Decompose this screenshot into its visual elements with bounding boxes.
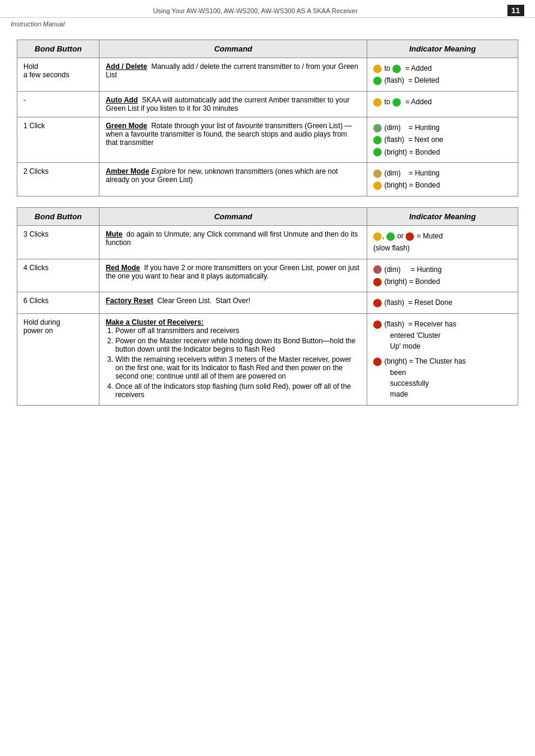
bond-cell: 1 Click [17, 117, 99, 162]
table-row: Holda few seconds Add / Delete Manually … [17, 58, 518, 92]
red-bright-dot [373, 358, 382, 366]
table1-header-bond: Bond Button [17, 40, 99, 58]
command-cell: Add / Delete Manually add / delete the c… [99, 58, 367, 92]
bond-cell: 3 Clicks [17, 225, 99, 259]
green-dim-dot [373, 124, 382, 132]
red-dot [373, 299, 382, 307]
table-row: 3 Clicks Mute do again to Unmute; any Cl… [17, 225, 518, 259]
green-bright-dot [373, 148, 382, 156]
table-row: 2 Clicks Amber Mode Explore for new, unk… [17, 162, 518, 196]
table1-header-command: Command [99, 40, 367, 58]
amber-dim-dot [373, 170, 382, 178]
green-dot [386, 232, 395, 241]
table2: Bond Button Command Indicator Meaning 3 … [17, 207, 518, 406]
table-row: 4 Clicks Red Mode If you have 2 or more … [17, 259, 518, 292]
bond-cell: 4 Clicks [17, 259, 99, 292]
bond-cell: 2 Clicks [17, 162, 99, 196]
amber-dot [373, 98, 382, 107]
page-number: 11 [507, 5, 524, 16]
header-title: Using Your AW-WS100, AW-WS200, AW-WS300 … [11, 7, 500, 14]
table2-header-command: Command [99, 207, 367, 225]
indicator-cell: (dim) = Hunting (bright) = Bonded [367, 162, 518, 196]
table-row: 6 Clicks Factory Reset Clear Green List.… [17, 292, 518, 313]
bond-cell: - [17, 91, 99, 117]
indicator-cell: , or = Muted (slow flash) [367, 225, 518, 259]
manual-label: Instruction Manual [0, 18, 535, 32]
page-header: Using Your AW-WS100, AW-WS200, AW-WS300 … [0, 0, 535, 18]
bond-cell: Holda few seconds [17, 58, 99, 92]
command-cell: Amber Mode Explore for new, unknown tran… [99, 162, 367, 196]
table-row: 1 Click Green Mode Rotate through your l… [17, 117, 518, 162]
table1-header-indicator: Indicator Meaning [367, 40, 518, 58]
indicator-cell: (dim) = Hunting (flash) = Next one (brig… [367, 117, 518, 162]
table-row: - Auto Add SKAA will automatically add t… [17, 91, 518, 117]
green-dot [373, 136, 382, 144]
red-dot [406, 232, 414, 241]
command-cell: Make a Cluster of Receivers: Power off a… [99, 313, 367, 405]
bond-cell: 6 Clicks [17, 292, 99, 313]
table2-header-indicator: Indicator Meaning [367, 207, 518, 225]
indicator-cell: to = Added [367, 91, 518, 117]
command-cell: Mute do again to Unmute; any Click comma… [99, 225, 367, 259]
content-area: Bond Button Command Indicator Meaning Ho… [0, 32, 535, 422]
table1: Bond Button Command Indicator Meaning Ho… [17, 40, 518, 196]
command-cell: Factory Reset Clear Green List. Start Ov… [99, 292, 367, 313]
command-cell: Red Mode If you have 2 or more transmitt… [99, 259, 367, 292]
command-cell: Auto Add SKAA will automatically add the… [99, 91, 367, 117]
amber-dot [373, 232, 382, 241]
table-row: Hold duringpower on Make a Cluster of Re… [17, 313, 518, 405]
indicator-cell: (flash) = Receiver has entered 'ClusterU… [367, 313, 518, 405]
indicator-cell: to = Added (flash) = Deleted [367, 58, 518, 92]
indicator-cell: (dim) = Hunting (bright) = Bonded [367, 259, 518, 292]
green-dot [392, 98, 401, 107]
table2-header-bond: Bond Button [17, 207, 99, 225]
red-dim-dot [373, 265, 382, 274]
green-dot-2 [373, 77, 382, 85]
command-cell: Green Mode Rotate through your list of f… [99, 117, 367, 162]
indicator-cell: (flash) = Reset Done [367, 292, 518, 313]
amber-dot [373, 65, 382, 73]
red-dot [373, 320, 382, 329]
amber-bright-dot [373, 182, 382, 190]
green-dot [392, 65, 401, 73]
red-bright-dot [373, 278, 382, 286]
bond-cell: Hold duringpower on [17, 313, 99, 405]
